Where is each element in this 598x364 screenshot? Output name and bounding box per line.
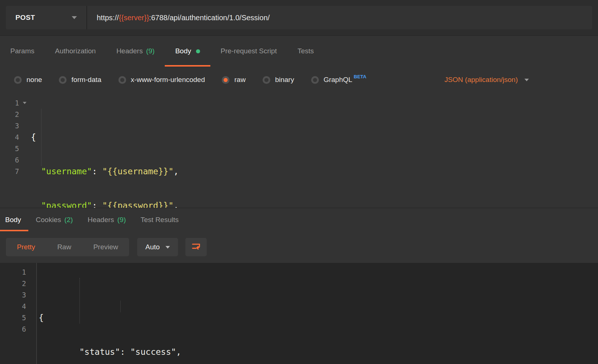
tab-tests[interactable]: Tests	[287, 36, 324, 67]
tab-label: Body	[175, 47, 191, 55]
json-string: "{{username}}"	[102, 167, 174, 176]
radio-icon	[59, 76, 67, 84]
code-line: "username": "{{username}}",	[31, 166, 598, 177]
tab-label: Tests	[298, 47, 314, 55]
content-type-select[interactable]: JSON (application/json)	[444, 76, 529, 84]
radio-selected-icon	[222, 76, 229, 84]
line-number: 6	[0, 324, 36, 335]
request-code-area[interactable]: { "username": "{{username}}", "password"…	[29, 93, 598, 208]
line-number: 3	[0, 289, 36, 301]
chevron-down-icon	[524, 79, 529, 81]
line-number: 4	[0, 132, 29, 143]
option-label: GraphQL	[324, 76, 352, 84]
option-label: binary	[275, 76, 294, 84]
response-tabs: Body Cookies (2) Headers (9) Test Result…	[0, 208, 598, 231]
body-type-form-data[interactable]: form-data	[59, 76, 101, 84]
request-body-editor[interactable]: 1 2 3 4 5 6 7 { "username": "{{username}…	[0, 93, 598, 208]
preview-button[interactable]: Preview	[82, 238, 129, 256]
tab-label: Test Results	[140, 216, 178, 224]
line-number: 2	[0, 109, 29, 120]
option-label: x-www-form-urlencoded	[131, 76, 205, 84]
raw-button[interactable]: Raw	[46, 238, 82, 256]
tab-body[interactable]: Body	[165, 36, 210, 67]
headers-count-badge: (9)	[117, 216, 126, 224]
line-number: 6	[0, 154, 29, 166]
body-type-graphql[interactable]: GraphQL BETA	[311, 76, 367, 84]
response-tab-cookies[interactable]: Cookies (2)	[28, 208, 80, 231]
chevron-down-icon	[72, 16, 77, 19]
line-number: 1	[0, 97, 29, 109]
tab-label: Params	[10, 47, 34, 55]
tab-params[interactable]: Params	[0, 36, 45, 67]
tab-label: Authorization	[55, 47, 96, 55]
request-url-bar: POST https:// {{server}} :6788/api/authe…	[0, 0, 598, 36]
postman-app: POST https:// {{server}} :6788/api/authe…	[0, 0, 598, 364]
wrap-lines-button[interactable]	[185, 238, 207, 256]
line-number: 5	[0, 143, 29, 154]
tab-headers[interactable]: Headers (9)	[106, 36, 165, 67]
option-label: none	[26, 76, 42, 84]
line-number: 5	[0, 312, 36, 324]
radio-icon	[311, 76, 319, 84]
request-tabs: Params Authorization Headers (9) Body Pr…	[0, 36, 598, 67]
response-code-area: { "status": "success", "payload": { "hre…	[37, 263, 598, 364]
tab-label: Body	[5, 216, 21, 224]
response-tab-headers[interactable]: Headers (9)	[80, 208, 133, 231]
button-label: Preview	[93, 243, 118, 251]
code-line: "password": "{{password}}",	[31, 200, 598, 208]
body-type-binary[interactable]: binary	[263, 76, 294, 84]
json-key: "password"	[31, 201, 92, 208]
radio-icon	[14, 76, 22, 84]
line-number: 7	[0, 166, 29, 177]
indent-guide	[79, 278, 80, 324]
method-label: POST	[15, 14, 35, 22]
body-type-bar: none form-data x-www-form-urlencoded raw…	[0, 67, 598, 93]
code-line: "status": "success",	[39, 346, 598, 358]
json-key: "username"	[31, 167, 92, 176]
punctuation: :	[92, 201, 102, 208]
url-text-suffix: :6788/api/authentication/1.0/Session/	[149, 14, 270, 22]
tab-label: Pre-request Script	[221, 47, 277, 55]
response-body-viewer: 1 2 3 4 5 6 { "status": "success", "payl…	[0, 263, 598, 364]
body-type-none[interactable]: none	[14, 76, 42, 84]
response-tab-body[interactable]: Body	[0, 208, 28, 231]
format-label: Auto	[145, 243, 160, 251]
beta-badge: BETA	[354, 74, 366, 79]
line-number: 2	[0, 278, 36, 289]
indent-guide	[41, 109, 42, 166]
punctuation: :	[92, 167, 102, 176]
cookies-count-badge: (2)	[64, 216, 73, 224]
code-line: {	[39, 312, 598, 324]
fold-toggle-icon[interactable]	[23, 102, 26, 104]
tab-label: Headers	[88, 216, 114, 224]
content-type-label: JSON (application/json)	[444, 76, 518, 84]
tab-label: Cookies	[36, 216, 61, 224]
line-number: 1	[0, 267, 36, 278]
option-label: form-data	[71, 76, 101, 84]
url-variable: {{server}}	[119, 14, 149, 22]
radio-icon	[263, 76, 270, 84]
url-input[interactable]: https:// {{server}} :6788/api/authentica…	[87, 6, 592, 29]
wrap-lines-icon	[191, 241, 201, 253]
button-label: Pretty	[17, 243, 35, 251]
headers-count-badge: (9)	[146, 47, 154, 55]
pretty-button[interactable]: Pretty	[6, 238, 46, 256]
line-number: 3	[0, 120, 29, 132]
punctuation: {	[31, 132, 36, 142]
response-toolbar: Pretty Raw Preview Auto	[0, 231, 598, 263]
response-line-numbers: 1 2 3 4 5 6	[0, 263, 37, 364]
tab-pre-request-script[interactable]: Pre-request Script	[210, 36, 287, 67]
response-tab-test-results[interactable]: Test Results	[133, 208, 186, 231]
body-type-raw[interactable]: raw	[222, 76, 246, 84]
url-text-prefix: https://	[97, 14, 119, 22]
view-mode-switch: Pretty Raw Preview	[6, 238, 129, 256]
method-select[interactable]: POST	[6, 6, 87, 29]
punctuation: ,	[174, 201, 179, 208]
body-indicator-dot	[196, 49, 200, 53]
radio-icon	[118, 76, 126, 84]
format-select[interactable]: Auto	[137, 238, 178, 256]
line-number: 4	[0, 301, 36, 312]
option-label: raw	[234, 76, 246, 84]
body-type-urlencoded[interactable]: x-www-form-urlencoded	[118, 76, 205, 84]
tab-authorization[interactable]: Authorization	[45, 36, 106, 67]
